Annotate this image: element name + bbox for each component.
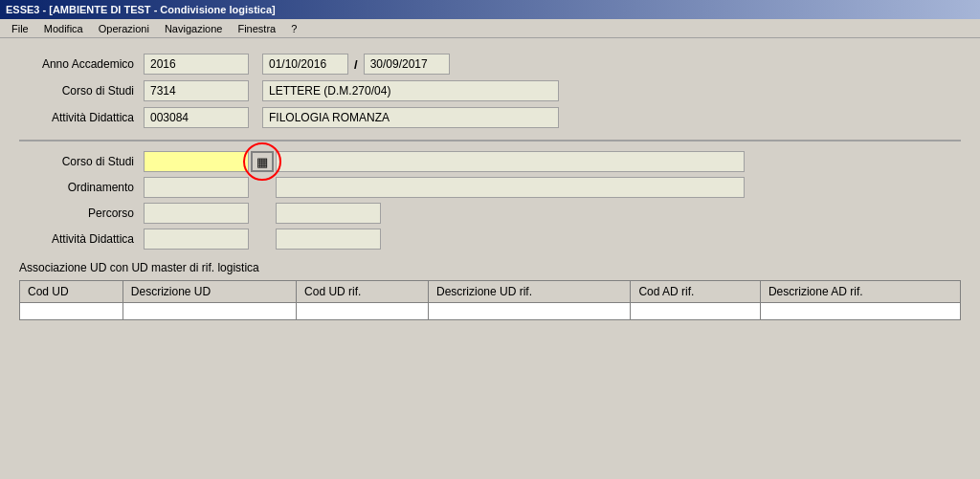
date-to-value: 30/09/2017 [364, 54, 450, 75]
anno-accademico-row: Anno Accademico 2016 01/10/2016 / 30/09/… [19, 54, 961, 75]
attivita-edit-input[interactable] [144, 229, 249, 250]
menu-modifica[interactable]: Modifica [36, 21, 91, 36]
cell-cod-ad-rif [631, 303, 761, 320]
col-desc-ud-rif: Descrizione UD rif. [429, 281, 631, 303]
ordinamento-edit-name-input[interactable] [276, 177, 745, 198]
info-section: Anno Accademico 2016 01/10/2016 / 30/09/… [19, 54, 961, 128]
percorso-edit-label: Percorso [19, 207, 144, 220]
cell-desc-ad-rif [760, 303, 960, 320]
menu-operazioni[interactable]: Operazioni [91, 21, 157, 36]
ordinamento-edit-row: Ordinamento [19, 177, 961, 198]
corso-edit-name-input[interactable] [276, 151, 745, 172]
menu-navigazione[interactable]: Navigazione [157, 21, 231, 36]
assoc-title: Associazione UD con UD master di rif. lo… [19, 261, 961, 274]
corso-edit-row: Corso di Studi ▦ [19, 151, 961, 172]
anno-accademico-value: 2016 [144, 54, 249, 75]
col-cod-ad-rif: Cod AD rif. [631, 281, 761, 303]
title-text: ESSE3 - [AMBIENTE DI TEST - Condivisione… [6, 4, 276, 15]
menu-bar: File Modifica Operazioni Navigazione Fin… [0, 19, 980, 38]
col-desc-ud: Descrizione UD [122, 281, 296, 303]
attivita-edit-row: Attività Didattica [19, 229, 961, 250]
cell-cod-ud-rif [297, 303, 429, 320]
corso-lookup-button[interactable]: ▦ [251, 151, 274, 172]
corso-studi-name: LETTERE (D.M.270/04) [262, 80, 559, 101]
attivita-edit-label: Attività Didattica [19, 232, 144, 246]
percorso-edit-row: Percorso [19, 203, 961, 224]
title-bar: ESSE3 - [AMBIENTE DI TEST - Condivisione… [0, 0, 980, 19]
attivita-info-label: Attività Didattica [19, 111, 144, 124]
corso-edit-input[interactable] [144, 151, 249, 172]
col-cod-ud: Cod UD [20, 281, 123, 303]
ordinamento-edit-input[interactable] [144, 177, 249, 198]
corso-studi-info-label: Corso di Studi [19, 84, 144, 98]
menu-help[interactable]: ? [283, 21, 304, 36]
attivita-code: 003084 [144, 107, 249, 128]
main-content: Anno Accademico 2016 01/10/2016 / 30/09/… [0, 38, 980, 330]
lookup-icon: ▦ [256, 155, 268, 169]
menu-finestra[interactable]: Finestra [230, 21, 283, 36]
table-header-row: Cod UD Descrizione UD Cod UD rif. Descri… [20, 281, 961, 303]
date-separator: / [354, 57, 358, 72]
percorso-edit-name-input[interactable] [276, 203, 381, 224]
corso-edit-label: Corso di Studi [19, 155, 144, 168]
menu-file[interactable]: File [4, 21, 36, 36]
attivita-name: FILOLOGIA ROMANZA [262, 107, 559, 128]
attivita-info-row: Attività Didattica 003084 FILOLOGIA ROMA… [19, 107, 961, 128]
corso-studi-info-row: Corso di Studi 7314 LETTERE (D.M.270/04) [19, 80, 961, 101]
col-cod-ud-rif: Cod UD rif. [297, 281, 429, 303]
corso-studi-code: 7314 [144, 80, 249, 101]
date-from-value: 01/10/2016 [262, 54, 348, 75]
edit-section: Corso di Studi ▦ Ordinamento Percorso At… [19, 151, 961, 250]
cell-cod-ud [20, 303, 123, 320]
anno-accademico-label: Anno Accademico [19, 57, 144, 71]
section-divider [19, 140, 961, 142]
assoc-table: Cod UD Descrizione UD Cod UD rif. Descri… [19, 280, 961, 320]
assoc-section: Associazione UD con UD master di rif. lo… [19, 261, 961, 320]
cell-desc-ud-rif [429, 303, 631, 320]
attivita-edit-name-input[interactable] [276, 229, 381, 250]
ordinamento-edit-label: Ordinamento [19, 181, 144, 194]
table-row [20, 303, 961, 320]
cell-desc-ud [122, 303, 296, 320]
percorso-edit-input[interactable] [144, 203, 249, 224]
col-desc-ad-rif: Descrizione AD rif. [760, 281, 960, 303]
